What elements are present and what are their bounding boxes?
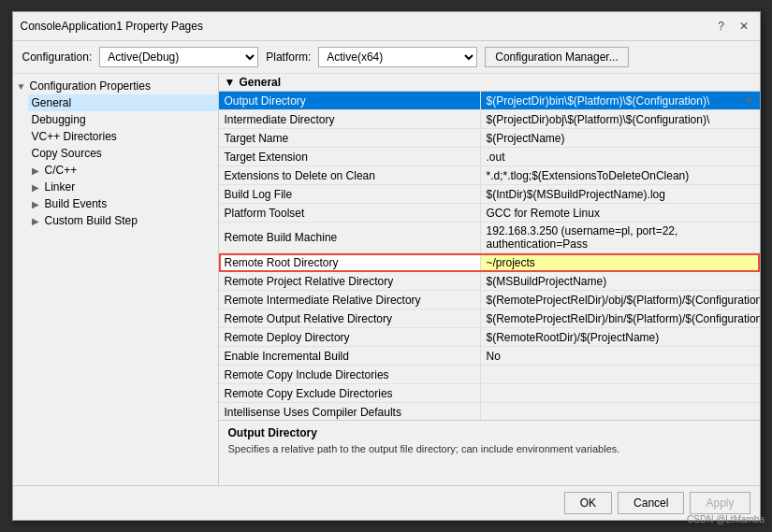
description-text: Specifies a relative path to the output … [228, 443, 750, 454]
sidebar: ▼ Configuration Properties General Debug… [13, 74, 219, 485]
sidebar-item-debugging[interactable]: Debugging [28, 111, 218, 128]
title-bar-controls: ? ✕ [713, 18, 752, 35]
prop-row-remote-root-dir[interactable]: Remote Root Directory ~/projects [219, 253, 760, 272]
sidebar-item-general[interactable]: General [28, 94, 218, 111]
prop-row-target-name[interactable]: Target Name $(ProjectName) [219, 129, 760, 148]
prop-name-remote-root-dir: Remote Root Directory [219, 253, 481, 271]
description-title: Output Directory [228, 426, 750, 439]
property-grid: ▼ General Output Directory $(ProjectDir)… [219, 74, 760, 420]
ok-button[interactable]: OK [564, 492, 612, 514]
linker-arrow: ▶ [32, 182, 43, 193]
prop-value-remote-copy-include [481, 366, 760, 383]
prop-row-remote-deploy-dir[interactable]: Remote Deploy Directory $(RemoteRootDir)… [219, 328, 760, 347]
prop-row-remote-proj-rel-dir[interactable]: Remote Project Relative Directory $(MSBu… [219, 272, 760, 291]
config-label: Configuration: [22, 50, 93, 64]
general-section-arrow: ▼ [225, 76, 236, 89]
prop-value-remote-build-machine: 192.168.3.250 (username=pl, port=22, aut… [481, 223, 760, 252]
dropdown-icon-output[interactable]: ▼ [745, 95, 754, 106]
general-section-label: General [239, 76, 281, 89]
configuration-select[interactable]: Active(Debug) [99, 47, 258, 67]
prop-row-target-ext[interactable]: Target Extension .out [219, 148, 760, 166]
prop-value-enable-incremental: No [481, 347, 760, 365]
property-panel: ▼ General Output Directory $(ProjectDir)… [219, 74, 760, 485]
prop-row-intellisense[interactable]: Intellisense Uses Compiler Defaults [219, 403, 760, 420]
help-button[interactable]: ? [713, 18, 730, 35]
prop-value-output-dir: $(ProjectDir)bin\$(Platform)\$(Configura… [481, 92, 760, 109]
prop-name-target-ext: Target Extension [219, 148, 481, 165]
prop-row-build-log[interactable]: Build Log File $(IntDir)$(MSBuildProject… [219, 185, 760, 204]
configuration-row: Configuration: Active(Debug) Platform: A… [13, 41, 760, 74]
dialog-title: ConsoleApplication1 Property Pages [21, 20, 203, 33]
title-bar: ConsoleApplication1 Property Pages ? ✕ [13, 12, 760, 41]
prop-name-build-log: Build Log File [219, 185, 481, 203]
prop-name-enable-incremental: Enable Incremental Build [219, 347, 481, 365]
sidebar-item-custom-build-step[interactable]: ▶Custom Build Step [28, 212, 218, 229]
prop-value-remote-proj-rel-dir: $(MSBuildProjectName) [481, 272, 760, 290]
platform-select[interactable]: Active(x64) [318, 47, 477, 67]
prop-name-remote-int-rel-dir: Remote Intermediate Relative Directory [219, 291, 481, 309]
prop-name-intermediate-dir: Intermediate Directory [219, 110, 481, 128]
prop-value-remote-deploy-dir: $(RemoteRootDir)/$(ProjectName) [481, 328, 760, 346]
custom-build-step-label: Custom Build Step [45, 214, 138, 227]
prop-row-enable-incremental[interactable]: Enable Incremental Build No [219, 347, 760, 366]
sidebar-item-build-events[interactable]: ▶Build Events [28, 195, 218, 212]
prop-value-remote-int-rel-dir: $(RemoteProjectRelDir)/obj/$(Platform)/$… [481, 291, 760, 309]
build-events-arrow: ▶ [32, 199, 43, 209]
prop-value-target-name: $(ProjectName) [481, 129, 760, 147]
prop-name-output-dir: Output Directory [219, 92, 481, 109]
prop-row-intermediate-dir[interactable]: Intermediate Directory $(ProjectDir)obj\… [219, 110, 760, 129]
prop-name-intellisense: Intellisense Uses Compiler Defaults [219, 403, 481, 420]
prop-name-remote-copy-include: Remote Copy Include Directories [219, 366, 481, 383]
sidebar-item-vc-directories[interactable]: VC++ Directories [28, 128, 218, 145]
prop-row-platform-toolset[interactable]: Platform Toolset GCC for Remote Linux [219, 204, 760, 223]
prop-row-remote-out-rel-dir[interactable]: Remote Output Relative Directory $(Remot… [219, 309, 760, 328]
prop-name-remote-copy-exclude: Remote Copy Exclude Directories [219, 384, 481, 402]
prop-value-target-ext: .out [481, 148, 760, 165]
prop-row-extensions-delete[interactable]: Extensions to Delete on Clean *.d;*.tlog… [219, 166, 760, 185]
main-content: ▼ Configuration Properties General Debug… [13, 74, 760, 485]
prop-name-remote-out-rel-dir: Remote Output Relative Directory [219, 309, 481, 327]
prop-row-remote-copy-exclude[interactable]: Remote Copy Exclude Directories [219, 384, 760, 403]
apply-button[interactable]: Apply [690, 492, 750, 514]
tree-root-label: Configuration Properties [30, 79, 151, 93]
sidebar-item-copy-sources[interactable]: Copy Sources [28, 145, 218, 162]
configuration-manager-button[interactable]: Configuration Manager... [485, 47, 628, 67]
property-pages-dialog: ConsoleApplication1 Property Pages ? ✕ C… [12, 11, 761, 521]
cancel-button[interactable]: Cancel [618, 492, 684, 514]
sidebar-item-linker[interactable]: ▶Linker [28, 179, 218, 195]
prop-value-extensions-delete: *.d;*.tlog;$(ExtensionsToDeleteOnClean) [481, 166, 760, 184]
prop-name-extensions-delete: Extensions to Delete on Clean [219, 166, 481, 184]
cpp-arrow: ▶ [32, 165, 43, 176]
prop-row-output-directory[interactable]: Output Directory $(ProjectDir)bin\$(Plat… [219, 92, 760, 110]
tree-children: General Debugging VC++ Directories Copy … [13, 94, 218, 229]
prop-value-remote-copy-exclude [481, 384, 760, 402]
prop-value-remote-out-rel-dir: $(RemoteProjectRelDir)/bin/$(Platform)/$… [481, 309, 760, 327]
description-panel: Output Directory Specifies a relative pa… [219, 420, 760, 485]
prop-value-intellisense [481, 403, 760, 420]
tree-root-arrow: ▼ [17, 81, 28, 92]
close-button[interactable]: ✕ [736, 18, 752, 35]
prop-value-build-log: $(IntDir)$(MSBuildProjectName).log [481, 185, 760, 203]
platform-label: Platform: [266, 50, 311, 64]
general-section-header: ▼ General [219, 74, 760, 92]
watermark: CSDN @LtMamba [687, 514, 765, 525]
prop-row-remote-copy-include[interactable]: Remote Copy Include Directories [219, 366, 760, 384]
prop-row-remote-int-rel-dir[interactable]: Remote Intermediate Relative Directory $… [219, 291, 760, 309]
prop-row-remote-build-machine[interactable]: Remote Build Machine 192.168.3.250 (user… [219, 223, 760, 253]
custom-build-step-arrow: ▶ [32, 216, 43, 226]
sidebar-item-cpp[interactable]: ▶C/C++ [28, 162, 218, 179]
prop-value-remote-root-dir: ~/projects [481, 253, 760, 271]
prop-name-platform-toolset: Platform Toolset [219, 204, 481, 222]
button-row: OK Cancel Apply [13, 485, 760, 520]
prop-value-platform-toolset: GCC for Remote Linux [481, 204, 760, 222]
prop-value-intermediate-dir: $(ProjectDir)obj\$(Platform)\$(Configura… [481, 110, 760, 128]
prop-name-remote-deploy-dir: Remote Deploy Directory [219, 328, 481, 346]
prop-name-remote-build-machine: Remote Build Machine [219, 223, 481, 252]
prop-name-remote-proj-rel-dir: Remote Project Relative Directory [219, 272, 481, 290]
tree-root: ▼ Configuration Properties [13, 78, 218, 94]
prop-name-target-name: Target Name [219, 129, 481, 147]
